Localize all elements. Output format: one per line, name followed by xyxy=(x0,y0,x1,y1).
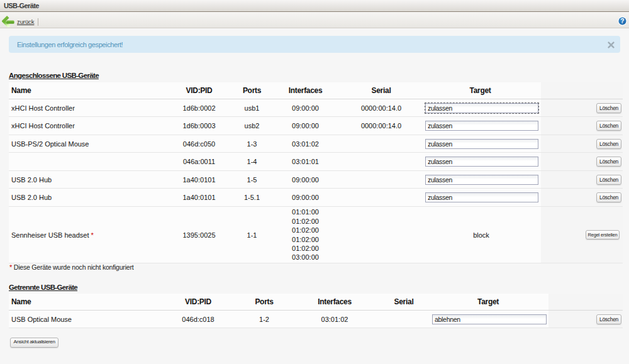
svg-text:?: ? xyxy=(620,18,624,25)
